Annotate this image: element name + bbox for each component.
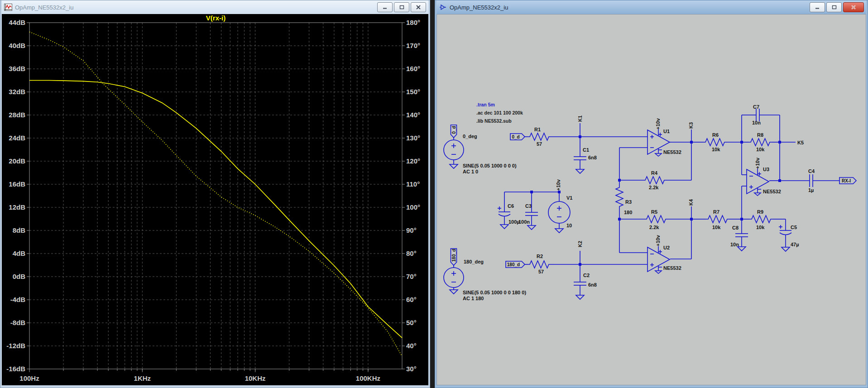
schematic-window-titlebar[interactable]: OpAmp_NE5532x2_iu (436, 0, 866, 14)
svg-text:100µ: 100µ (508, 219, 520, 225)
voltage-source-0deg[interactable]: 0_d 0_deg SINE(5 0.05 1000 0 0 0) AC 1 0 (444, 125, 517, 174)
svg-text:R3: R3 (625, 199, 632, 205)
waveform-icon (4, 4, 12, 11)
power-net-label: +10v (655, 235, 661, 246)
svg-text:10KHz: 10KHz (245, 374, 266, 382)
resistor-r8[interactable]: R8 10k (748, 132, 772, 152)
source-sine: SINE(5 0.05 1000 0 0 0) (463, 163, 517, 168)
resistor-r1[interactable]: R1 57 (528, 127, 551, 147)
svg-text:C6: C6 (508, 203, 514, 209)
port-input-0d[interactable]: 0_d (510, 134, 525, 140)
net-label-k1[interactable]: K1 (577, 115, 583, 122)
net-label-k4[interactable]: K4 (688, 199, 694, 206)
port-label: 180_d (451, 249, 456, 262)
svg-text:-4dB: -4dB (10, 296, 26, 303)
svg-text:2.2k: 2.2k (649, 225, 659, 230)
svg-text:180: 180 (624, 210, 632, 215)
port-output-rxi[interactable]: RX-I (839, 177, 856, 184)
svg-text:10k: 10k (712, 147, 720, 152)
close-button[interactable] (411, 2, 426, 12)
resistor-r9[interactable]: R9 10k (749, 209, 773, 230)
opamp-u1[interactable]: U1 NE5532 +10v (647, 118, 681, 156)
svg-text:70°: 70° (406, 273, 417, 280)
capacitor-c3[interactable]: C3 100n (518, 203, 538, 225)
svg-text:-12dB: -12dB (6, 342, 25, 350)
svg-text:R5: R5 (651, 209, 657, 215)
net-label-k3[interactable]: K3 (688, 122, 694, 129)
source-ac: AC 1 0 (463, 169, 478, 174)
svg-text:44dB: 44dB (9, 19, 25, 26)
directive-lib[interactable]: .lib NE5532.sub (476, 118, 512, 124)
svg-text:10: 10 (566, 223, 572, 228)
svg-text:180°: 180° (406, 19, 420, 26)
svg-text:10n: 10n (730, 242, 739, 247)
resistor-r3[interactable]: R3 180 (616, 185, 632, 215)
svg-text:-8dB: -8dB (10, 319, 26, 326)
plot-area: 44dB40dB36dB32dB28dB24dB20dB16dB12dB8dB4… (2, 14, 428, 385)
opamp-u2[interactable]: U2 NE5532 +10v (647, 235, 681, 273)
svg-text:10k: 10k (756, 225, 765, 230)
power-net-label: +10v (755, 157, 760, 169)
resistor-r4[interactable]: R4 2.2k (643, 170, 667, 190)
resistor-r7[interactable]: R7 10k (706, 209, 729, 230)
svg-text:C7: C7 (753, 104, 759, 110)
svg-text:100°: 100° (406, 203, 420, 211)
maximize-button[interactable] (826, 2, 842, 12)
svg-text:50°: 50° (406, 319, 417, 326)
svg-text:130°: 130° (406, 134, 420, 142)
svg-text:RX-I: RX-I (842, 178, 851, 183)
bode-plot[interactable]: 44dB40dB36dB32dB28dB24dB20dB16dB12dB8dB4… (2, 14, 428, 385)
svg-text:1µ: 1µ (808, 187, 814, 193)
port-input-180d[interactable]: 180_d (506, 261, 525, 268)
svg-text:R8: R8 (757, 132, 763, 138)
minimize-button[interactable] (810, 2, 825, 12)
svg-text:40dB: 40dB (9, 42, 25, 49)
svg-text:57: 57 (537, 141, 542, 147)
svg-text:0dB: 0dB (13, 273, 26, 280)
opamp-u3[interactable]: U3 NE5532 +10v (747, 157, 781, 196)
voltage-source-180deg[interactable]: 180_d 180_deg SINE(5 0.05 1000 0 0 180 0… (444, 249, 526, 301)
svg-text:8dB: 8dB (13, 226, 26, 234)
resistor-r5[interactable]: R5 2.2k (644, 209, 668, 230)
resistor-r6[interactable]: R6 10k (703, 132, 727, 152)
capacitor-c6[interactable]: C6 100µ (498, 203, 520, 225)
voltage-source-v1[interactable]: V1 10 +10v (548, 179, 572, 228)
svg-text:C5: C5 (791, 225, 797, 230)
svg-text:C4: C4 (808, 168, 815, 174)
svg-text:90°: 90° (406, 226, 417, 234)
power-net-label: +10v (556, 179, 561, 191)
capacitor-c1[interactable]: C1 6n8 (574, 147, 597, 160)
svg-text:120°: 120° (406, 157, 420, 165)
directive-ac[interactable]: .ac dec 101 100 200k (476, 110, 523, 115)
net-labels[interactable]: K1 K2 K3 K4 K5 (577, 115, 804, 247)
plot-window-titlebar[interactable]: OpAmp_NE5532x2_iu (2, 0, 428, 14)
svg-text:U1: U1 (663, 129, 670, 134)
directive-tran[interactable]: .tran 5m (476, 102, 495, 107)
spice-directives[interactable]: .tran 5m .ac dec 101 100 200k .lib NE553… (476, 102, 523, 124)
svg-text:C8: C8 (732, 225, 739, 230)
svg-text:10k: 10k (756, 147, 765, 152)
svg-text:U2: U2 (663, 245, 670, 250)
net-label-k5[interactable]: K5 (797, 140, 804, 145)
maximize-button[interactable] (394, 2, 409, 12)
svg-text:C3: C3 (525, 203, 532, 209)
capacitor-c2[interactable]: C2 6n8 (574, 273, 597, 287)
svg-text:12dB: 12dB (9, 203, 25, 211)
svg-text:NE5532: NE5532 (663, 149, 681, 155)
svg-text:20dB: 20dB (9, 157, 25, 165)
minimize-button[interactable] (377, 2, 393, 12)
svg-text:100KHz: 100KHz (356, 374, 380, 382)
source-sine: SINE(5 0.05 1000 0 0 180 0) (463, 290, 526, 295)
capacitor-c5[interactable]: C5 47µ (779, 225, 799, 247)
svg-text:-16dB: -16dB (6, 365, 25, 373)
svg-text:R9: R9 (757, 209, 763, 215)
schematic-area: .tran 5m .ac dec 101 100 200k .lib NE553… (436, 14, 866, 385)
svg-text:160°: 160° (406, 65, 420, 72)
capacitor-c8[interactable]: C8 10n (730, 225, 748, 247)
net-label-k2[interactable]: K2 (577, 241, 583, 247)
schematic-canvas[interactable]: .tran 5m .ac dec 101 100 200k .lib NE553… (437, 14, 866, 384)
svg-text:U3: U3 (763, 167, 769, 172)
resistor-r2[interactable]: R2 57 (528, 254, 551, 274)
svg-text:10k: 10k (712, 225, 721, 230)
close-button[interactable] (843, 2, 864, 12)
